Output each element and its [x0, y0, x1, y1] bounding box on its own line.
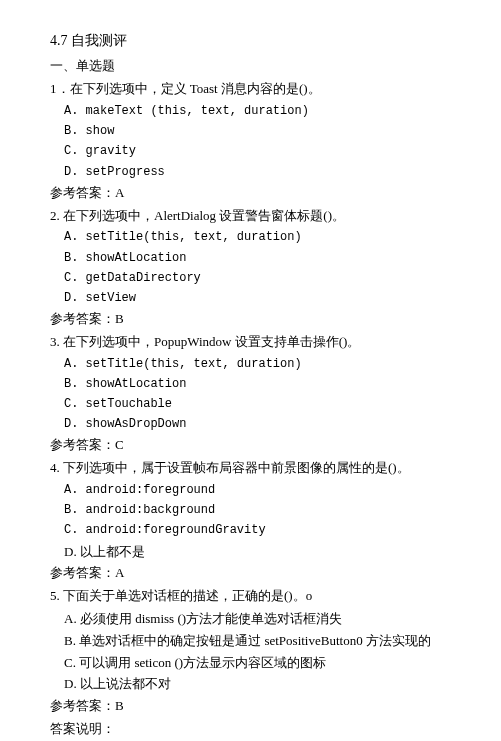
- q5-option-d: D. 以上说法都不对: [50, 674, 461, 695]
- q1-text: 1．在下列选项中，定义 Toast 消息内容的是()。: [50, 79, 461, 100]
- q5-option-c: C. 可以调用 seticon ()方法显示内容区域的图标: [50, 653, 461, 674]
- q4-option-a: A. android:foreground: [50, 481, 461, 500]
- q2-text: 2. 在下列选项中，AlertDialog 设置警告窗体标题()。: [50, 206, 461, 227]
- q5-option-a: A. 必须使用 dismiss ()方法才能使单选对话框消失: [50, 609, 461, 630]
- q1-option-a: A. makeText (this, text, duration): [50, 102, 461, 121]
- q3-answer: 参考答案：C: [50, 435, 461, 456]
- q1-option-d: D. setProgress: [50, 163, 461, 182]
- section-heading-1: 一、单选题: [50, 56, 461, 77]
- q2-option-c: C. getDataDirectory: [50, 269, 461, 288]
- page-title: 4.7 自我测评: [50, 30, 461, 52]
- q4-option-b: B. android:background: [50, 501, 461, 520]
- q4-text: 4. 下列选项中，属于设置帧布局容器中前景图像的属性的是()。: [50, 458, 461, 479]
- q2-option-a: A. setTitle(this, text, duration): [50, 228, 461, 247]
- q4-answer: 参考答案：A: [50, 563, 461, 584]
- q5-text: 5. 下面关于单选对话框的描述，正确的是()。o: [50, 586, 461, 607]
- q3-text: 3. 在下列选项中，PopupWindow 设置支持单击操作()。: [50, 332, 461, 353]
- q1-option-b: B. show: [50, 122, 461, 141]
- q1-answer: 参考答案：A: [50, 183, 461, 204]
- q3-option-c: C. setTouchable: [50, 395, 461, 414]
- q4-option-d: D. 以上都不是: [50, 542, 461, 563]
- q3-option-d: D. showAsDropDown: [50, 415, 461, 434]
- q3-option-a: A. setTitle(this, text, duration): [50, 355, 461, 374]
- q1-option-c: C. gravity: [50, 142, 461, 161]
- q3-option-b: B. showAtLocation: [50, 375, 461, 394]
- q4-option-c: C. android:foregroundGravity: [50, 521, 461, 540]
- q5-option-b: B. 单选对话框中的确定按钮是通过 setPositiveButton0 方法实…: [50, 631, 461, 652]
- q2-option-b: B. showAtLocation: [50, 249, 461, 268]
- q5-answer: 参考答案：B: [50, 696, 461, 717]
- q2-answer: 参考答案：B: [50, 309, 461, 330]
- explain-label: 答案说明：: [50, 719, 461, 740]
- q2-option-d: D. setView: [50, 289, 461, 308]
